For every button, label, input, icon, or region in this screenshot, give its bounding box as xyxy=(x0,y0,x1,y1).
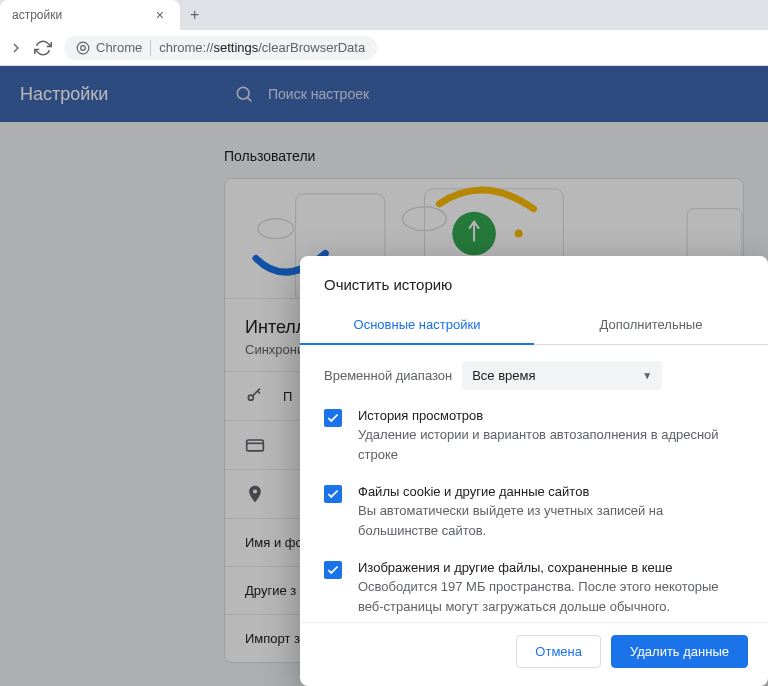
close-tab-icon[interactable]: × xyxy=(152,7,168,23)
confirm-button[interactable]: Удалить данные xyxy=(611,635,748,668)
checkbox-cache[interactable] xyxy=(324,561,342,579)
time-range-select[interactable]: Все время ▼ xyxy=(462,361,662,390)
site-chip[interactable]: Chrome chrome://settings/clearBrowserDat… xyxy=(64,36,377,60)
option-cookies-row: Файлы cookie и другие данные сайтов Вы а… xyxy=(324,484,744,540)
option-cache-title: Изображения и другие файлы, сохраненные … xyxy=(358,560,744,575)
dialog-body: Временной диапазон Все время ▼ История п… xyxy=(300,345,768,622)
dialog-title: Очистить историю xyxy=(300,256,768,307)
tab-basic[interactable]: Основные настройки xyxy=(300,307,534,344)
option-cache-desc: Освободится 197 МБ пространства. После э… xyxy=(358,577,744,616)
svg-point-1 xyxy=(81,45,86,50)
checkbox-history[interactable] xyxy=(324,409,342,427)
checkbox-cookies[interactable] xyxy=(324,485,342,503)
option-history-row: История просмотров Удаление истории и ва… xyxy=(324,408,744,464)
option-history-title: История просмотров xyxy=(358,408,744,423)
time-range-label: Временной диапазон xyxy=(324,368,452,383)
tab-title: астройки xyxy=(12,8,152,22)
chrome-icon xyxy=(76,41,90,55)
site-label: Chrome xyxy=(96,40,142,55)
option-cache-row: Изображения и другие файлы, сохраненные … xyxy=(324,560,744,616)
option-cookies-title: Файлы cookie и другие данные сайтов xyxy=(358,484,744,499)
forward-icon[interactable] xyxy=(8,40,24,56)
address-bar: Chrome chrome://settings/clearBrowserDat… xyxy=(0,30,768,66)
cancel-button[interactable]: Отмена xyxy=(516,635,601,668)
browser-tab-bar: астройки × + xyxy=(0,0,768,30)
clear-data-dialog: Очистить историю Основные настройки Допо… xyxy=(300,256,768,686)
time-range-value: Все время xyxy=(472,368,535,383)
svg-point-0 xyxy=(77,42,89,54)
divider xyxy=(150,40,151,56)
chevron-down-icon: ▼ xyxy=(642,370,652,381)
option-history-desc: Удаление истории и вариантов автозаполне… xyxy=(358,425,744,464)
browser-tab[interactable]: астройки × xyxy=(0,0,180,30)
reload-icon[interactable] xyxy=(34,39,52,57)
dialog-tabs: Основные настройки Дополнительные xyxy=(300,307,768,345)
dialog-footer: Отмена Удалить данные xyxy=(300,622,768,686)
url-text: chrome://settings/clearBrowserData xyxy=(159,40,365,55)
tab-advanced[interactable]: Дополнительные xyxy=(534,307,768,344)
option-cookies-desc: Вы автоматически выйдете из учетных запи… xyxy=(358,501,744,540)
new-tab-button[interactable]: + xyxy=(180,6,209,24)
